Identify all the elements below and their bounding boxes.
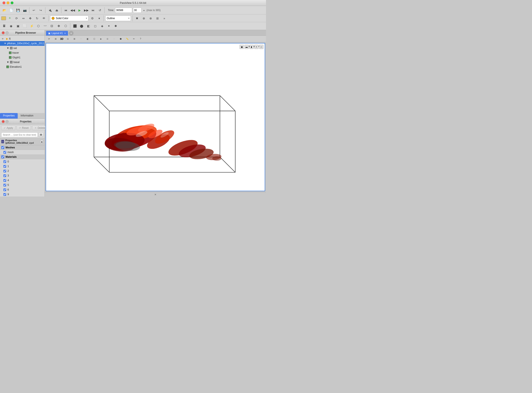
outline-dropdown[interactable]: Outline ▾ (105, 15, 131, 21)
open-file-button[interactable]: 📂 (1, 7, 7, 13)
tree-item-tracer[interactable]: tracer (0, 50, 45, 55)
apply-button[interactable]: ✔ Apply (1, 126, 15, 130)
frustum-select-button[interactable]: ⬞ (111, 36, 117, 42)
maximize-button[interactable] (11, 1, 13, 4)
select-points-button[interactable]: ⊙ (105, 36, 110, 42)
pick-button[interactable]: ⊗ (148, 15, 154, 21)
props-float-button[interactable]: ○ (5, 120, 9, 123)
outline2-button[interactable]: ◻ (92, 23, 98, 29)
contour-button[interactable]: ◉ (8, 23, 14, 29)
camera-link-button[interactable]: ⊞ (71, 36, 77, 42)
layout-tab-1[interactable]: ▣ Layout #1 ✕ (46, 31, 68, 35)
save-screenshot-button[interactable]: 📷 (22, 7, 28, 13)
reset-button[interactable]: ⟳ Reset (17, 126, 31, 130)
color-bar-button[interactable]: ▾ (96, 15, 102, 21)
zoom-button[interactable]: ⇔ (20, 15, 26, 21)
disconnect-button[interactable]: ⏏ (54, 7, 60, 13)
calculator-button[interactable]: 🖩 (1, 23, 7, 29)
tree-item-elevation1[interactable]: Elevation1 (0, 64, 45, 69)
select-surface-button[interactable]: ◧ (85, 36, 90, 42)
surface-button[interactable]: ◧ (85, 23, 91, 29)
eye-button[interactable]: 👁 (41, 15, 47, 21)
help-render-button[interactable]: ? (137, 36, 143, 42)
scroll-up-btn[interactable]: ▲ (40, 140, 43, 143)
zoom-select-button[interactable]: ⊞ (53, 36, 59, 42)
color-options-button[interactable]: ⚙ (89, 15, 95, 21)
iso-surface-button[interactable]: ⬡ (35, 23, 41, 29)
tree-item-pflotran[interactable]: 👁 ▼ pflotran_100x100x2_cyclic_2011_..h5 (0, 41, 45, 46)
open-recent-button[interactable]: 📄 (8, 7, 14, 13)
pan-button[interactable]: ✥ (27, 15, 33, 21)
measure-button[interactable]: 📏 (124, 36, 130, 42)
search-gear-button[interactable]: ⚙ (39, 133, 43, 137)
first-frame-button[interactable]: ⏮ (63, 7, 69, 13)
play-button[interactable]: ▶ (76, 7, 82, 13)
interact-mode-button[interactable]: ✖ (134, 15, 140, 21)
stream-tracer-button[interactable]: 〰 (42, 23, 48, 29)
material-9-checkbox[interactable] (3, 193, 6, 196)
layout-tab-close[interactable]: ✕ (64, 32, 66, 34)
glyph-button[interactable]: ✤ (56, 23, 62, 29)
connect-button[interactable]: 🔌 (47, 7, 53, 13)
render-view[interactable]: RenderView1 ▣ ▬ ▮ × □ (46, 43, 265, 191)
materials-checkbox[interactable] (1, 155, 4, 158)
select-block-button[interactable]: ⬟ (118, 36, 124, 42)
meshes-section-header[interactable]: Meshes (0, 145, 45, 150)
material-4-checkbox[interactable] (3, 179, 6, 182)
properties-tabs[interactable]: Properties Information (0, 113, 45, 119)
panel-header-buttons-2[interactable]: × ○ (2, 120, 9, 123)
render-options-button[interactable]: ⊡ (65, 36, 71, 42)
particles-button[interactable]: ✦ (106, 23, 112, 29)
redo-button[interactable]: ↪ (38, 7, 44, 13)
panel-header-buttons[interactable]: × ○ (2, 31, 9, 34)
reset-view-button[interactable]: ⟳ (46, 36, 52, 42)
cell-data-button[interactable]: ⬛ (72, 23, 78, 29)
zoom-area-button[interactable]: ⊞ (155, 15, 161, 21)
time-step-up-button[interactable]: ▲ (142, 7, 146, 13)
tab-properties[interactable]: Properties (0, 113, 18, 118)
tree-item-glyph1[interactable]: Glyph1 (0, 55, 45, 60)
add-layout-button[interactable]: + (69, 31, 74, 35)
annotation-button[interactable]: ✏ (131, 36, 137, 42)
prev-frame-button[interactable]: ◀◀ (70, 7, 76, 13)
close-button[interactable] (3, 1, 5, 4)
meshes-checkbox[interactable] (1, 146, 4, 149)
reset-camera-button[interactable]: ⟳ (14, 15, 20, 21)
last-frame-button[interactable]: ⏭ (90, 7, 96, 13)
next-frame-button[interactable]: ▶▶ (83, 7, 89, 13)
loop-button[interactable]: ↺ (97, 7, 103, 13)
more-tools-button[interactable]: » (161, 15, 167, 21)
time-step-input[interactable] (133, 8, 141, 13)
tab-information[interactable]: Information (18, 113, 36, 118)
material-6-checkbox[interactable] (3, 188, 6, 191)
minimize-button[interactable] (7, 1, 9, 4)
tree-item-6[interactable]: 👁 ▶ 6 (0, 36, 45, 41)
material-1-checkbox[interactable] (3, 165, 6, 168)
section-collapse-btn[interactable]: — (1, 140, 4, 143)
material-0-checkbox[interactable] (3, 160, 6, 163)
clip-button[interactable]: ▣ (15, 23, 21, 29)
time-value-input[interactable] (115, 8, 132, 13)
delete-button[interactable]: ✕ Delete (32, 126, 47, 130)
undo-button[interactable]: ↩ (31, 7, 37, 13)
eye-icon-pflotran[interactable]: 👁 (1, 42, 3, 45)
pick-through-button[interactable]: ◈ (98, 36, 104, 42)
add-filter-button[interactable]: + (7, 15, 13, 21)
materials-section-header[interactable]: Materials (0, 155, 45, 159)
rotate-button[interactable]: ↻ (34, 15, 40, 21)
color-bg-button[interactable] (1, 16, 6, 20)
panel-close-button[interactable]: × (2, 31, 5, 34)
material-3-checkbox[interactable] (3, 174, 6, 177)
props-close-button[interactable]: × (2, 120, 5, 123)
solid-color-dropdown[interactable]: Solid Color ▾ (50, 15, 88, 21)
threshold-button[interactable]: ⚡ (29, 23, 35, 29)
selection-button[interactable]: ⬝ (78, 36, 84, 42)
eye-icon-6[interactable]: 👁 (2, 38, 5, 40)
tree-item-basal[interactable]: ▼ basal (0, 60, 45, 64)
select-button[interactable]: ⊕ (141, 15, 147, 21)
search-input[interactable] (1, 133, 38, 137)
material-2-checkbox[interactable] (3, 170, 6, 172)
group-button[interactable]: ⎔ (63, 23, 69, 29)
mesh-checkbox[interactable] (3, 151, 6, 154)
point-data-button[interactable]: ⬤ (79, 23, 85, 29)
